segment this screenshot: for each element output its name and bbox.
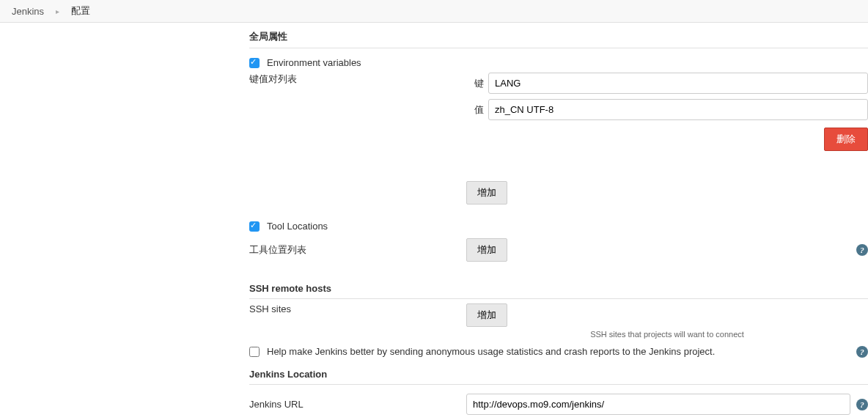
tool-add-button[interactable]: 增加 — [466, 238, 507, 262]
breadcrumb-sep-icon: ▸ — [56, 7, 59, 15]
env-add-button[interactable]: 增加 — [466, 181, 507, 205]
breadcrumb-current: 配置 — [71, 4, 90, 18]
env-val-input[interactable] — [488, 99, 868, 120]
section-ssh-remote-hosts: SSH remote hosts — [249, 276, 868, 299]
env-vars-label: Environment variables — [267, 57, 361, 68]
section-global-properties: 全局属性 — [249, 23, 868, 48]
jenkins-url-input[interactable] — [466, 394, 850, 415]
tool-locations-label: Tool Locations — [267, 221, 328, 232]
tool-list-label: 工具位置列表 — [249, 243, 466, 257]
env-list-label: 键值对列表 — [249, 73, 466, 205]
tool-locations-checkbox[interactable] — [249, 221, 260, 232]
breadcrumb: Jenkins ▸ 配置 — [0, 0, 868, 23]
section-jenkins-location: Jenkins Location — [249, 361, 868, 385]
breadcrumb-root[interactable]: Jenkins — [12, 6, 44, 17]
env-key-label: 键 — [466, 77, 484, 90]
env-delete-button[interactable]: 删除 — [824, 128, 868, 151]
env-key-input[interactable] — [488, 73, 868, 94]
usage-stats-checkbox[interactable] — [249, 347, 260, 357]
help-icon[interactable]: ? — [856, 244, 868, 256]
help-icon[interactable]: ? — [856, 346, 868, 358]
env-vars-checkbox[interactable] — [249, 58, 260, 68]
usage-stats-label: Help make Jenkins better by sending anon… — [267, 346, 715, 357]
ssh-sites-label: SSH sites — [249, 303, 466, 342]
ssh-sites-hint: SSH sites that projects will want to con… — [466, 330, 868, 339]
help-icon[interactable]: ? — [856, 399, 868, 410]
env-val-label: 值 — [466, 103, 484, 117]
jenkins-url-label: Jenkins URL — [249, 396, 466, 413]
ssh-sites-add-button[interactable]: 增加 — [466, 303, 507, 327]
